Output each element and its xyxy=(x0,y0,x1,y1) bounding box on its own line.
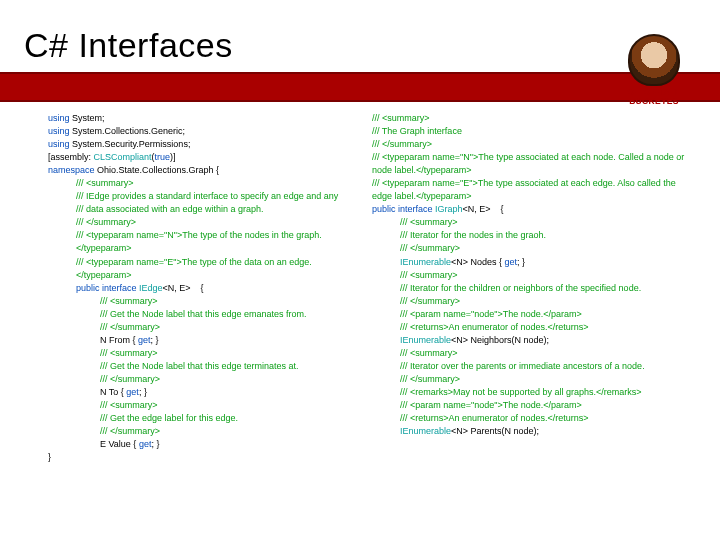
code-line: /// </summary> xyxy=(48,425,364,438)
code-line: /// </summary> xyxy=(372,138,688,151)
code-line: /// </summary> xyxy=(48,216,364,229)
code-line: public interface IGraph<N, E> { xyxy=(372,203,688,216)
code-column-right: /// <summary>/// The Graph interface/// … xyxy=(368,112,688,528)
code-line: /// IEdge provides a standard interface … xyxy=(48,190,364,203)
code-line: /// <typeparam name="E">The type associa… xyxy=(372,177,688,203)
code-line: /// </summary> xyxy=(48,373,364,386)
slide-title: C# Interfaces xyxy=(24,26,233,65)
code-line: using System; xyxy=(48,112,364,125)
code-line: /// <summary> xyxy=(372,112,688,125)
code-line: /// Get the edge label for this edge. xyxy=(48,412,364,425)
code-line: IEnumerable<N> Nodes { get; } xyxy=(372,256,688,269)
code-column-left: using System;using System.Collections.Ge… xyxy=(48,112,368,528)
code-line: /// <summary> xyxy=(372,269,688,282)
code-line: using System.Security.Permissions; xyxy=(48,138,364,151)
code-line: namespace Ohio.State.Collections.Graph { xyxy=(48,164,364,177)
code-line: /// <param name="node">The node.</param> xyxy=(372,308,688,321)
code-line: /// <returns>An enumerator of nodes.</re… xyxy=(372,412,688,425)
code-line: /// </summary> xyxy=(372,295,688,308)
code-line: /// <summary> xyxy=(372,216,688,229)
code-line: IEnumerable<N> Parents(N node); xyxy=(372,425,688,438)
code-line: /// <summary> xyxy=(48,347,364,360)
code-line: /// Iterator over the parents or immedia… xyxy=(372,360,688,373)
code-line: /// The Graph interface xyxy=(372,125,688,138)
code-line: /// Iterator for the nodes in the graoh. xyxy=(372,229,688,242)
code-line: /// <summary> xyxy=(48,295,364,308)
code-line: IEnumerable<N> Neighbors(N node); xyxy=(372,334,688,347)
ohio-state-logo: OHIO STATE BUCKEYES xyxy=(610,34,698,112)
code-line: /// Get the Node label that this edge em… xyxy=(48,308,364,321)
code-line: using System.Collections.Generic; xyxy=(48,125,364,138)
code-line: /// <typeparam name="N">The type of the … xyxy=(48,229,364,255)
code-line: /// <remarks>May not be supported by all… xyxy=(372,386,688,399)
code-line: /// <returns>An enumerator of nodes.</re… xyxy=(372,321,688,334)
code-line: /// <summary> xyxy=(48,177,364,190)
code-line: /// </summary> xyxy=(48,321,364,334)
code-line: /// <typeparam name="N">The type associa… xyxy=(372,151,688,177)
code-line: /// Get the Node label that this edge te… xyxy=(48,360,364,373)
code-line: /// data associated with an edge within … xyxy=(48,203,364,216)
code-line: E Value { get; } xyxy=(48,438,364,451)
code-line: /// </summary> xyxy=(372,242,688,255)
code-line: /// <typeparam name="E">The type of the … xyxy=(48,256,364,282)
code-line: /// <summary> xyxy=(372,347,688,360)
code-line: public interface IEdge<N, E> { xyxy=(48,282,364,295)
logo-text: OHIO STATE BUCKEYES xyxy=(627,88,681,106)
code-line: N From { get; } xyxy=(48,334,364,347)
code-line: /// <summary> xyxy=(48,399,364,412)
buckeye-mascot-icon xyxy=(628,34,680,86)
code-line: } xyxy=(48,451,364,464)
code-line: /// </summary> xyxy=(372,373,688,386)
code-line: [assembly: CLSCompliant(true)] xyxy=(48,151,364,164)
logo-line2: BUCKEYES xyxy=(629,96,679,106)
code-line: N To { get; } xyxy=(48,386,364,399)
content-area: using System;using System.Collections.Ge… xyxy=(48,112,688,528)
code-line: /// <param name="node">The node.</param> xyxy=(372,399,688,412)
code-line: /// Iterator for the children or neighbo… xyxy=(372,282,688,295)
slide: C# Interfaces OHIO STATE BUCKEYES using … xyxy=(0,0,720,540)
